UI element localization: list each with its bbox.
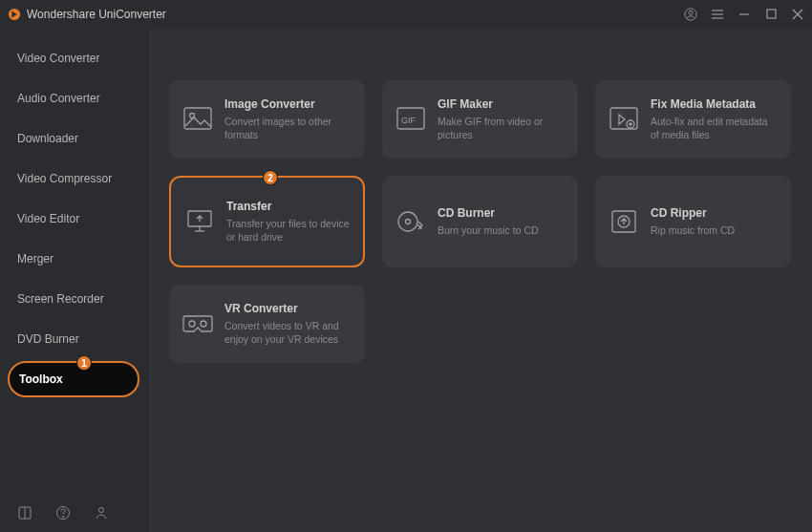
card-cd-burner[interactable]: CD Burner Burn your music to CD [382, 176, 578, 267]
window-buttons [684, 8, 804, 21]
main-area: Video Converter Audio Converter Download… [0, 29, 812, 532]
gif-icon: GIF [395, 104, 426, 135]
card-cd-ripper[interactable]: CD Ripper Rip music from CD [595, 176, 791, 267]
card-title: CD Ripper [651, 206, 778, 220]
annotation-badge-1: 1 [76, 355, 92, 371]
toolbox-content: Image Converter Convert images to other … [148, 29, 812, 532]
help-icon[interactable] [55, 505, 71, 521]
user-icon[interactable] [684, 8, 697, 21]
card-title: Fix Media Metadata [651, 97, 778, 111]
svg-point-29 [201, 321, 206, 327]
card-desc: Rip music from CD [651, 223, 778, 237]
titlebar: Wondershare UniConverter [0, 0, 812, 29]
card-desc: Make GIF from video or pictures [438, 115, 565, 141]
app-title: Wondershare UniConverter [27, 8, 684, 21]
vr-icon [182, 309, 213, 339]
sidebar: Video Converter Audio Converter Download… [0, 29, 148, 532]
account-icon[interactable] [94, 505, 109, 521]
metadata-icon [609, 104, 639, 135]
card-text: Image Converter Convert images to other … [224, 97, 352, 141]
card-title: VR Converter [224, 302, 352, 315]
sidebar-item-label: DVD Burner [17, 332, 79, 346]
cd-burner-icon [395, 206, 426, 237]
sidebar-item-label: Toolbox [19, 372, 63, 386]
sidebar-item-label: Video Editor [17, 212, 79, 225]
card-title: CD Burner [438, 206, 565, 220]
card-fix-media-metadata[interactable]: Fix Media Metadata Auto-fix and edit met… [595, 80, 791, 159]
card-text: Fix Media Metadata Auto-fix and edit met… [651, 97, 778, 141]
card-text: Transfer Transfer your files to device o… [226, 200, 350, 244]
sidebar-item-toolbox[interactable]: Toolbox 1 [8, 361, 139, 397]
cd-ripper-icon [609, 206, 639, 237]
card-text: GIF Maker Make GIF from video or picture… [438, 97, 565, 141]
svg-point-24 [398, 212, 417, 231]
sidebar-item-downloader[interactable]: Downloader [8, 120, 139, 157]
sidebar-item-label: Screen Recorder [17, 292, 104, 306]
card-text: VR Converter Convert videos to VR and en… [224, 302, 352, 346]
sidebar-item-screen-recorder[interactable]: Screen Recorder [8, 281, 139, 317]
hamburger-icon[interactable] [711, 8, 724, 21]
sidebar-item-dvd-burner[interactable]: DVD Burner [8, 321, 139, 357]
svg-rect-7 [767, 10, 776, 18]
svg-rect-15 [184, 108, 211, 129]
close-icon[interactable] [791, 8, 804, 21]
app-logo-icon [8, 8, 21, 21]
card-desc: Transfer your files to device or hard dr… [226, 217, 350, 244]
toolbox-grid: Image Converter Convert images to other … [169, 80, 795, 363]
sidebar-item-video-editor[interactable]: Video Editor [8, 201, 139, 237]
card-title: Transfer [226, 200, 350, 213]
annotation-badge-2: 2 [263, 170, 278, 185]
transfer-icon [184, 206, 215, 237]
svg-point-28 [189, 321, 195, 327]
sidebar-item-label: Merger [17, 252, 53, 266]
card-desc: Burn your music to CD [438, 223, 565, 237]
card-title: Image Converter [224, 97, 352, 111]
sidebar-item-merger[interactable]: Merger [8, 241, 139, 277]
card-vr-converter[interactable]: VR Converter Convert videos to VR and en… [169, 285, 365, 363]
svg-point-14 [99, 508, 104, 513]
book-icon[interactable] [17, 505, 32, 521]
card-text: CD Burner Burn your music to CD [438, 206, 565, 237]
sidebar-footer [0, 494, 147, 532]
sidebar-item-video-compressor[interactable]: Video Compressor [8, 160, 139, 197]
maximize-icon[interactable] [764, 8, 778, 21]
sidebar-item-label: Audio Converter [17, 92, 100, 105]
minimize-icon[interactable] [737, 8, 751, 21]
card-transfer[interactable]: 2 Transfer Transfer your files to device… [169, 176, 365, 267]
image-icon [182, 104, 213, 135]
svg-text:GIF: GIF [401, 116, 417, 125]
svg-point-13 [62, 516, 63, 517]
card-desc: Auto-fix and edit metadata of media file… [651, 115, 778, 141]
sidebar-item-video-converter[interactable]: Video Converter [8, 40, 139, 76]
sidebar-item-label: Video Compressor [17, 172, 112, 185]
svg-point-2 [689, 11, 693, 14]
sidebar-item-label: Video Converter [17, 52, 100, 65]
sidebar-item-audio-converter[interactable]: Audio Converter [8, 80, 139, 117]
sidebar-item-label: Downloader [17, 132, 78, 145]
card-image-converter[interactable]: Image Converter Convert images to other … [169, 80, 365, 159]
card-title: GIF Maker [438, 97, 565, 111]
sidebar-nav: Video Converter Audio Converter Download… [0, 29, 147, 494]
card-text: CD Ripper Rip music from CD [651, 206, 778, 237]
card-desc: Convert images to other formats [224, 115, 352, 141]
card-desc: Convert videos to VR and enjoy on your V… [224, 319, 352, 346]
card-gif-maker[interactable]: GIF GIF Maker Make GIF from video or pic… [382, 80, 578, 159]
svg-point-25 [406, 220, 411, 224]
